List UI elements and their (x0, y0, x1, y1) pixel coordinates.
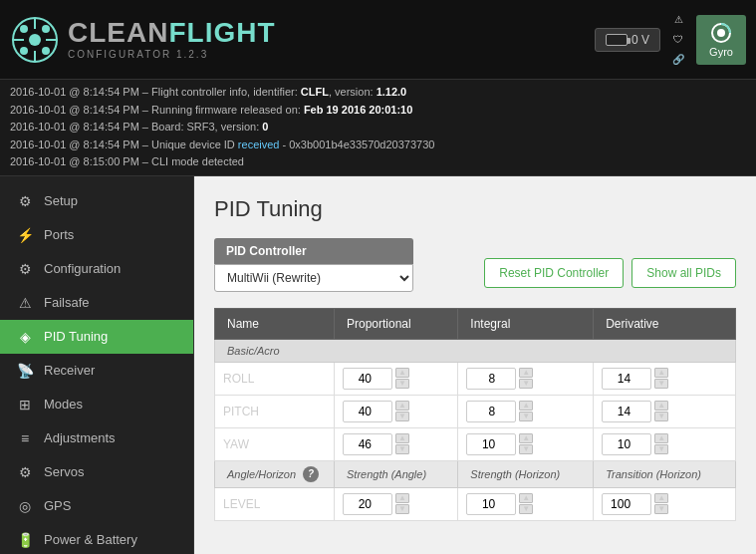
roll-i-input[interactable] (466, 368, 516, 390)
level-sa-input[interactable] (343, 493, 392, 515)
roll-p-group: ▲ ▼ (343, 368, 449, 390)
top-right: 0 V ⚠ 🛡 🔗 Gyro (595, 12, 746, 68)
logo-text: CLEANFLIGHT CONFIGURATOR 1.2.3 (68, 19, 276, 60)
show-all-pids-button[interactable]: Show all PIDs (631, 258, 736, 288)
yaw-i-input[interactable] (466, 433, 516, 455)
roll-d-input[interactable] (602, 368, 651, 390)
help-icon[interactable]: ? (303, 466, 319, 482)
roll-i-up[interactable]: ▲ (519, 368, 533, 378)
pitch-p-input[interactable] (343, 401, 392, 422)
roll-i-cell: ▲ ▼ (458, 362, 594, 395)
table-header-row: Name Proportional Integral Derivative (215, 308, 736, 339)
roll-p-up[interactable]: ▲ (395, 368, 409, 378)
gyro-button[interactable]: Gyro (696, 15, 746, 65)
sidebar-item-configuration[interactable]: ⚙ Configuration (0, 252, 193, 286)
svg-point-11 (717, 29, 725, 37)
sidebar: ⚙ Setup ⚡ Ports ⚙ Configuration ⚠ Failsa… (0, 176, 194, 554)
roll-d-spinners: ▲ ▼ (654, 368, 668, 389)
svg-point-1 (29, 34, 41, 46)
log-line-2: 2016-10-01 @ 8:14:54 PM – Running firmwa… (10, 102, 746, 120)
sidebar-item-servos[interactable]: ⚙ Servos (0, 455, 193, 489)
table-row: YAW ▲ ▼ (215, 427, 736, 460)
sidebar-item-modes[interactable]: ⊞ Modes (0, 388, 193, 421)
yaw-d-input[interactable] (602, 433, 651, 455)
pitch-i-spinners: ▲ ▼ (519, 401, 533, 421)
roll-d-up[interactable]: ▲ (654, 368, 668, 378)
level-sa-spinners: ▲ ▼ (395, 493, 409, 514)
gyro-icon (710, 22, 732, 44)
pitch-d-cell: ▲ ▼ (594, 395, 736, 427)
level-sh-input[interactable] (466, 493, 516, 515)
pitch-d-spinners: ▲ ▼ (654, 401, 668, 421)
pid-actions: Reset PID Controller Show all PIDs (484, 238, 736, 288)
sidebar-item-gps[interactable]: ◎ GPS (0, 489, 193, 523)
logo-sub: CONFIGURATOR 1.2.3 (68, 49, 276, 60)
sidebar-label-ports: Ports (44, 227, 74, 242)
roll-d-down[interactable]: ▼ (654, 379, 668, 389)
yaw-p-down[interactable]: ▼ (395, 444, 409, 454)
sidebar-label-failsafe: Failsafe (44, 295, 90, 310)
level-sa-down[interactable]: ▼ (395, 504, 409, 514)
pitch-d-down[interactable]: ▼ (654, 412, 668, 421)
logo-flight: FLIGHT (168, 17, 275, 48)
setup-icon: ⚙ (16, 193, 34, 209)
power-battery-icon: 🔋 (16, 532, 34, 548)
log-line-3: 2016-10-01 @ 8:14:54 PM – Board: SRF3, v… (10, 119, 746, 137)
pid-controller-label: PID Controller (214, 238, 413, 264)
sidebar-item-power-battery[interactable]: 🔋 Power & Battery (0, 523, 193, 554)
level-sa-up[interactable]: ▲ (395, 493, 409, 503)
sidebar-item-pid-tuning[interactable]: ◈ PID Tuning (0, 320, 193, 354)
yaw-p-up[interactable]: ▲ (395, 433, 409, 443)
sidebar-label-setup: Setup (44, 193, 78, 208)
logo-icon (10, 15, 60, 65)
level-sh-up[interactable]: ▲ (519, 493, 533, 503)
level-sh-down[interactable]: ▼ (519, 504, 533, 514)
sidebar-item-adjustments[interactable]: ≡ Adjustments (0, 421, 193, 455)
sidebar-label-power-battery: Power & Battery (44, 532, 137, 547)
roll-i-down[interactable]: ▼ (519, 379, 533, 389)
pitch-p-spinners: ▲ ▼ (395, 401, 409, 421)
yaw-i-down[interactable]: ▼ (519, 444, 533, 454)
yaw-d-down[interactable]: ▼ (654, 444, 668, 454)
sidebar-item-setup[interactable]: ⚙ Setup (0, 184, 193, 218)
row-name-yaw: YAW (215, 427, 335, 460)
pitch-p-up[interactable]: ▲ (395, 401, 409, 411)
shield-icon: 🛡 (668, 32, 688, 48)
ports-icon: ⚡ (16, 227, 34, 243)
roll-p-down[interactable]: ▼ (395, 379, 409, 389)
yaw-d-up[interactable]: ▲ (654, 433, 668, 443)
section-basic-label: Basic/Acro (215, 339, 736, 362)
pitch-d-group: ▲ ▼ (602, 401, 727, 422)
yaw-i-spinners: ▲ ▼ (519, 433, 533, 454)
pitch-d-up[interactable]: ▲ (654, 401, 668, 411)
level-th-input[interactable] (602, 493, 651, 515)
pitch-i-input[interactable] (466, 401, 516, 422)
reset-pid-button[interactable]: Reset PID Controller (484, 258, 624, 288)
yaw-i-up[interactable]: ▲ (519, 433, 533, 443)
yaw-i-cell: ▲ ▼ (458, 427, 594, 460)
level-sh-spinners: ▲ ▼ (519, 493, 533, 514)
level-th-down[interactable]: ▼ (654, 504, 668, 514)
yaw-i-group: ▲ ▼ (466, 433, 585, 455)
yaw-p-spinners: ▲ ▼ (395, 433, 409, 454)
row-name-pitch: PITCH (215, 395, 335, 427)
pitch-i-up[interactable]: ▲ (519, 401, 533, 411)
sidebar-label-modes: Modes (44, 397, 83, 412)
log-line-5: 2016-10-01 @ 8:15:00 PM – CLI mode detec… (10, 153, 746, 171)
sidebar-label-servos: Servos (44, 464, 84, 479)
gps-icon: ◎ (16, 498, 34, 514)
pitch-d-input[interactable] (602, 401, 651, 422)
sidebar-item-ports[interactable]: ⚡ Ports (0, 218, 193, 252)
pitch-p-down[interactable]: ▼ (395, 412, 409, 421)
yaw-p-input[interactable] (343, 433, 392, 455)
pitch-i-down[interactable]: ▼ (519, 412, 533, 421)
sidebar-item-receiver[interactable]: 📡 Receiver (0, 354, 193, 388)
level-th-up[interactable]: ▲ (654, 493, 668, 503)
level-th-group: ▲ ▼ (602, 493, 727, 515)
pitch-p-cell: ▲ ▼ (335, 395, 458, 427)
pid-controller-select[interactable]: MultiWii (Rewrite) LuxFloat MultiWii23 M… (214, 264, 413, 292)
sidebar-item-failsafe[interactable]: ⚠ Failsafe (0, 286, 193, 320)
log-line-4: 2016-10-01 @ 8:14:54 PM – Unique device … (10, 137, 746, 154)
warning-icons: ⚠ 🛡 🔗 (668, 12, 688, 68)
roll-p-input[interactable] (343, 368, 392, 390)
